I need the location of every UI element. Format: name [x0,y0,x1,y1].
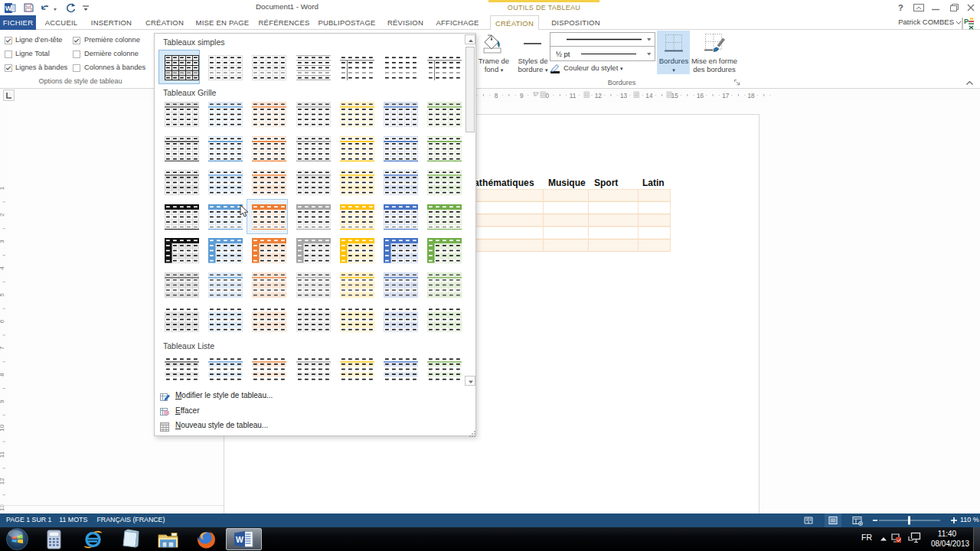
svg-text:P: P [964,18,969,25]
svg-text:1: 1 [0,186,5,190]
svg-text:17: 17 [722,93,730,99]
svg-text:10: 10 [0,424,5,431]
svg-text:W: W [5,5,12,12]
svg-text:?: ? [898,3,903,12]
svg-text:6: 6 [0,319,5,323]
svg-text:8: 8 [495,93,498,99]
svg-text:12: 12 [0,478,5,484]
svg-text:4: 4 [0,266,5,270]
svg-text:0: 0 [545,93,549,99]
svg-text:9: 9 [520,93,524,99]
svg-text:W: W [236,535,243,544]
svg-text:2: 2 [0,213,5,217]
svg-text:15: 15 [671,93,679,99]
svg-text:11: 11 [570,93,577,99]
svg-text:12: 12 [595,93,603,99]
svg-text:9: 9 [0,399,5,403]
svg-text:11: 11 [0,451,5,458]
svg-text:16: 16 [697,93,704,99]
svg-text:7: 7 [0,346,5,350]
svg-text:14: 14 [645,93,653,99]
svg-text:13: 13 [620,93,628,99]
svg-text:5: 5 [0,292,5,296]
svg-text:3: 3 [0,240,5,243]
svg-text:8: 8 [0,373,5,377]
svg-text:18: 18 [748,93,756,99]
